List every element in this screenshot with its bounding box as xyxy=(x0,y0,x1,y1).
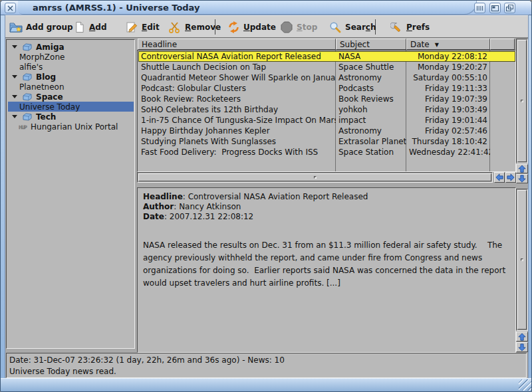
column-header-date[interactable]: Date▼ xyxy=(406,39,490,50)
iconify-button[interactable] xyxy=(474,3,485,13)
arrow-up-icon xyxy=(518,165,526,173)
arrow-right-icon xyxy=(507,173,515,181)
status-line-2: Universe Today news read. xyxy=(9,366,523,377)
close-button[interactable] xyxy=(5,3,16,13)
cell-c1: Space Shuttle xyxy=(336,62,406,72)
app-window: amrss (AMRSS.1) - Universe Today Add gro… xyxy=(0,0,532,392)
article-row[interactable]: Quadrantid Meteor Shower Will Sparkle on… xyxy=(138,72,515,83)
remove-button[interactable]: Remove xyxy=(168,16,221,38)
tree-item-alfie-s[interactable]: alfie's xyxy=(8,62,134,72)
cell-c0: Fast Food Delivery: Progress Docks With … xyxy=(138,147,336,157)
tree-feed-label: MorphZone xyxy=(19,52,65,62)
add-group-icon xyxy=(9,21,23,33)
cell-c1: NASA xyxy=(336,51,406,62)
list-scroll-down-button[interactable] xyxy=(516,174,528,183)
article-row[interactable]: SoHO Celebrates its 12th BirthdayyohkohF… xyxy=(138,104,515,115)
cell-c2: Monday 19:20:27 xyxy=(406,62,490,72)
scroll-left-button[interactable] xyxy=(494,172,505,183)
stop-button[interactable]: Stop xyxy=(280,16,317,38)
tree-item-morphzone[interactable]: MorphZone xyxy=(8,52,134,62)
prefs-button[interactable]: Prefs xyxy=(390,16,430,38)
tree-group-label: Blog xyxy=(36,72,56,82)
tree-item-universe-today[interactable]: Universe Today xyxy=(8,102,134,112)
tree-item-planetneon[interactable]: Planetneon xyxy=(8,82,134,92)
h-scrollbar-track[interactable] xyxy=(137,172,493,183)
tree-item-tech[interactable]: Tech xyxy=(8,112,134,122)
update-button[interactable]: Update xyxy=(227,16,276,38)
tree-feed-label: Universe Today xyxy=(19,102,80,112)
detail-headline: Headline: Controversial NASA Aviation Re… xyxy=(143,192,368,201)
expander-arrow-icon[interactable] xyxy=(12,95,17,98)
add-group-label: Add group xyxy=(26,23,73,32)
tree-item-hungarian-unix-portal[interactable]: HUPHungarian Unix Portal xyxy=(8,122,134,132)
tree-group-label: Amiga xyxy=(36,43,65,52)
remove-label: Remove xyxy=(185,23,221,32)
column-header-blank[interactable] xyxy=(490,39,515,50)
article-row[interactable]: 1-in-75 Chance Of Tunguska-Size Impact O… xyxy=(138,115,515,126)
column-header-subject[interactable]: Subject xyxy=(336,39,406,50)
cell-c3 xyxy=(490,115,515,126)
thumb-grip xyxy=(521,258,523,261)
detail-scroll-down-button[interactable] xyxy=(516,342,528,352)
column-header-headline[interactable]: Headline xyxy=(138,39,336,50)
detail-scroll-up-button[interactable] xyxy=(516,332,528,342)
article-row[interactable]: Shuttle Launch Decision on TapSpace Shut… xyxy=(138,62,515,72)
depth-icon xyxy=(506,5,513,11)
cell-c1: Astronomy xyxy=(336,72,406,83)
article-row[interactable]: Fast Food Delivery: Progress Docks With … xyxy=(138,147,515,157)
cell-c3 xyxy=(490,136,515,147)
article-row[interactable]: Studying Planets With SunglassesExtrasol… xyxy=(138,136,515,147)
zoom-button[interactable] xyxy=(489,3,501,13)
title-bar[interactable]: amrss (AMRSS.1) - Universe Today xyxy=(1,1,532,15)
cell-c2: Friday 19:01:44 xyxy=(406,115,490,126)
remove-icon xyxy=(168,21,182,33)
edit-button[interactable]: Edit xyxy=(125,16,160,38)
tree-feed-label: Planetneon xyxy=(19,82,65,92)
update-icon xyxy=(227,21,240,33)
update-label: Update xyxy=(243,23,276,32)
expander-arrow-icon[interactable] xyxy=(12,75,17,78)
edit-icon xyxy=(125,21,138,33)
detail-v-scrollbar-track[interactable] xyxy=(516,189,528,331)
expander-arrow-icon[interactable] xyxy=(12,115,17,118)
zoom-icon xyxy=(491,5,499,11)
article-row[interactable]: Book Review: RocketeersBook ReviewsFrida… xyxy=(138,94,515,104)
cell-c3 xyxy=(490,147,515,157)
folder-icon xyxy=(23,113,32,121)
expander-arrow-icon[interactable] xyxy=(12,45,17,49)
cell-c0: Studying Planets With Sunglasses xyxy=(138,136,336,147)
thumb-grip xyxy=(521,100,523,102)
cell-c1: Extrasolar Planets xyxy=(336,136,406,147)
tree-item-blog[interactable]: Blog xyxy=(8,72,134,82)
scroll-right-button[interactable] xyxy=(505,172,516,183)
list-v-scrollbar-thumb[interactable] xyxy=(517,40,527,162)
tree-item-space[interactable]: Space xyxy=(8,92,134,102)
cell-c2: Friday 19:11:33 xyxy=(406,83,490,94)
resize-grip[interactable] xyxy=(519,379,532,391)
depth-button[interactable] xyxy=(504,3,515,13)
detail-v-scrollbar-thumb[interactable] xyxy=(517,190,527,330)
tree-group-label: Space xyxy=(36,92,63,102)
tree-group-label: Tech xyxy=(36,112,56,122)
tree-item-amiga[interactable]: Amiga xyxy=(8,42,134,52)
hup-icon: HUP xyxy=(19,123,28,131)
list-v-scrollbar-track[interactable] xyxy=(516,39,528,163)
add-group-button[interactable]: Add group xyxy=(9,16,73,38)
close-icon xyxy=(7,5,13,11)
article-row[interactable]: Happy Birthday Johannes KeplerAstronomyF… xyxy=(138,126,515,136)
folder-icon xyxy=(23,93,32,101)
cell-c2: Monday 22:08:12 xyxy=(406,51,490,62)
window-bottom-frame xyxy=(1,378,532,391)
column-header-label: Headline xyxy=(142,40,177,49)
cell-c3 xyxy=(490,51,515,62)
article-detail-pane: Headline: Controversial NASA Aviation Re… xyxy=(137,187,528,353)
article-row[interactable]: Controversial NASA Aviation Report Relea… xyxy=(138,51,515,62)
list-scroll-up-button[interactable] xyxy=(516,164,528,173)
article-row[interactable]: Podcast: Globular ClustersPodcastsFriday… xyxy=(138,83,515,94)
folder-icon xyxy=(23,73,32,81)
add-label: Add xyxy=(89,23,106,32)
add-button[interactable]: Add xyxy=(72,16,106,38)
h-scrollbar-thumb[interactable] xyxy=(138,173,491,181)
status-bar: Date: 31-Dec-07 23:26:32 (1 day, 22h, 26… xyxy=(6,353,527,378)
search-button[interactable]: Search xyxy=(329,16,376,38)
